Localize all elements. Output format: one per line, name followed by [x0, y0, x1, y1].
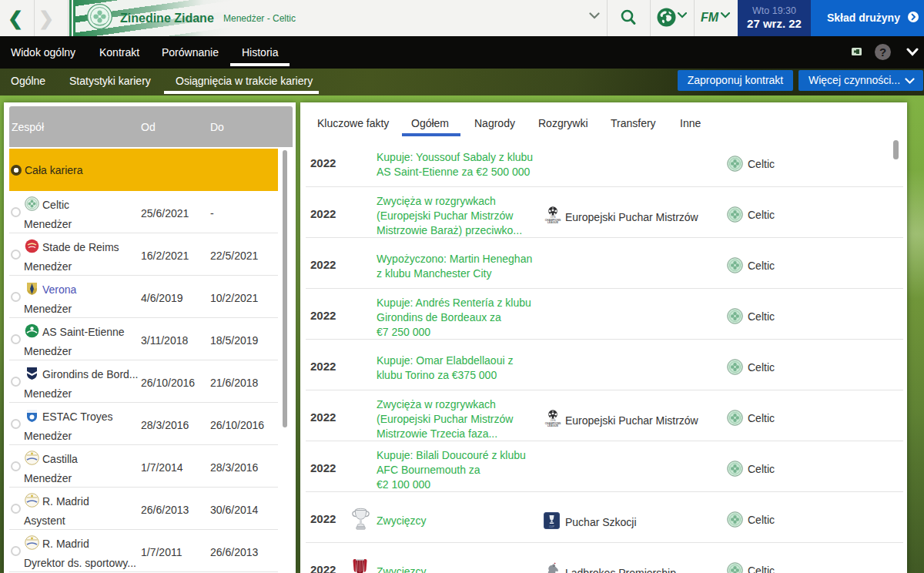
svg-text:LEAGUE: LEAGUE [547, 221, 559, 224]
svg-text:LEAGUE: LEAGUE [547, 424, 559, 427]
svg-text:CUP: CUP [549, 525, 555, 528]
